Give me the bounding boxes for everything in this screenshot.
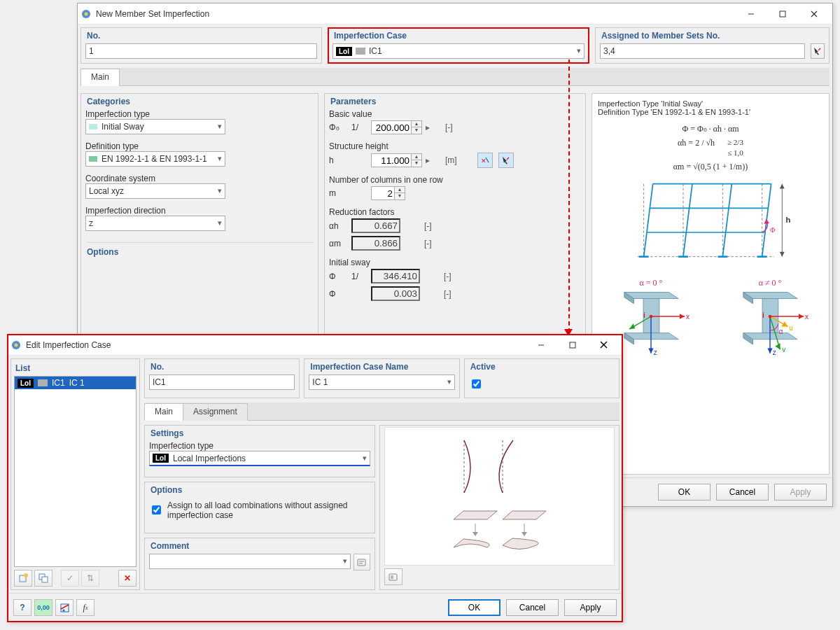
spin-down-icon[interactable]: ▼: [412, 160, 421, 167]
maximize-button[interactable]: [556, 335, 588, 355]
impcase-combo[interactable]: LoI IC1 ▾: [332, 43, 584, 59]
formula-am: αm = √(0,5 (1 + 1/m)): [598, 161, 823, 172]
spin-down-icon[interactable]: ▼: [412, 127, 421, 134]
list-item[interactable]: LoI IC1 IC 1: [15, 377, 136, 389]
units-icon[interactable]: 0,00: [34, 599, 52, 616]
comment-edit-icon[interactable]: [354, 554, 370, 570]
deftype-value: EN 1992-1-1 & EN 1993-1-1: [102, 154, 207, 164]
initial-sway-label: Initial sway: [329, 258, 581, 267]
formula-ah: αh = 2 / √h ≥ 2/3 ≤ 1,0: [598, 137, 823, 158]
phi-symbol2: Φ: [329, 289, 349, 299]
close-button[interactable]: [798, 4, 830, 24]
name-combo[interactable]: IC 1 ▾: [309, 374, 454, 390]
no-input[interactable]: [85, 43, 317, 59]
svg-marker-40: [629, 323, 635, 329]
close-button[interactable]: [588, 335, 620, 355]
svg-point-67: [15, 343, 18, 346]
svg-point-91: [62, 609, 64, 611]
svg-rect-88: [391, 575, 393, 579]
options-header: Options: [150, 485, 370, 495]
clear-height-icon[interactable]: [498, 153, 514, 168]
arrow-right-icon[interactable]: ▸: [426, 155, 442, 165]
one-over: 1/: [351, 272, 368, 281]
imperfection-illustration: [384, 427, 615, 566]
ibeam-alphaN-icon: x z u v α i: [717, 288, 823, 358]
copy-item-icon[interactable]: [34, 570, 52, 587]
function-icon[interactable]: fx: [76, 599, 94, 616]
svg-point-1: [85, 12, 88, 15]
arrow-right-icon[interactable]: ▸: [426, 122, 442, 132]
sort-icon[interactable]: ⇅: [81, 570, 99, 587]
h-spinner[interactable]: ▲▼: [371, 153, 423, 167]
phi-symbol: Φ: [329, 272, 349, 281]
ok-button[interactable]: OK: [448, 599, 500, 616]
titlebar[interactable]: New Member Set Imperfection: [78, 4, 832, 24]
assigned-input[interactable]: [600, 43, 805, 59]
chevron-down-icon: ▾: [343, 556, 347, 566]
phi0-input[interactable]: [371, 120, 412, 134]
svg-text:h: h: [785, 216, 790, 224]
titlebar[interactable]: Edit Imperfection Case: [8, 335, 622, 356]
help-icon[interactable]: ?: [13, 599, 31, 616]
new-item-icon[interactable]: [14, 570, 32, 587]
cancel-button[interactable]: Cancel: [506, 599, 559, 616]
active-checkbox[interactable]: [472, 379, 481, 388]
h-input[interactable]: [371, 153, 412, 167]
tabstrip: Main Assignment: [144, 402, 620, 421]
cancel-button[interactable]: Cancel: [716, 484, 769, 500]
phi0-spinner[interactable]: ▲▼: [371, 120, 423, 134]
svg-marker-82: [503, 511, 546, 519]
coord-combo[interactable]: Local xyz ▾: [85, 183, 225, 199]
minimize-button[interactable]: [735, 4, 766, 24]
pick-members-icon[interactable]: [811, 43, 825, 59]
svg-marker-25: [764, 219, 769, 224]
tab-assignment[interactable]: Assignment: [183, 403, 248, 421]
impcase-value: IC1: [369, 46, 382, 56]
ah-value: [351, 218, 400, 233]
deftype-combo[interactable]: EN 1992-1-1 & EN 1993-1-1 ▾: [85, 151, 225, 167]
comment-combo[interactable]: ▾: [149, 554, 351, 569]
m-spinner[interactable]: ▲▼: [371, 186, 406, 200]
graphics-icon[interactable]: [55, 599, 74, 616]
check-icon[interactable]: ✓: [61, 570, 79, 587]
window-title: Edit Imperfection Case: [26, 340, 525, 350]
imptype-combo[interactable]: Initial Sway ▾: [85, 119, 225, 134]
options-header: Options: [87, 242, 314, 257]
assign-all-checkbox[interactable]: [152, 505, 161, 514]
svg-line-8: [507, 158, 509, 160]
h-unit: [m]: [445, 155, 459, 165]
ok-button[interactable]: OK: [658, 484, 710, 500]
chevron-down-icon: ▾: [447, 377, 451, 386]
minimize-button[interactable]: [525, 335, 556, 355]
apply-button[interactable]: Apply: [774, 484, 827, 500]
tab-main[interactable]: Main: [144, 403, 183, 421]
sway-diagram: Φ h: [598, 178, 823, 271]
svg-marker-28: [780, 184, 785, 189]
spin-up-icon[interactable]: ▲: [412, 154, 421, 160]
chevron-down-icon: ▾: [218, 154, 222, 163]
spin-up-icon[interactable]: ▲: [395, 187, 405, 193]
svg-rect-76: [358, 559, 365, 566]
imperfection-list[interactable]: LoI IC1 IC 1: [14, 376, 136, 567]
active-header: Active: [470, 362, 615, 372]
app-icon: [10, 340, 22, 351]
illustration-settings-icon[interactable]: [384, 568, 402, 585]
pick-height-icon[interactable]: ✕: [477, 153, 493, 168]
imptype-combo[interactable]: LoI Local Imperfections ▾: [149, 451, 370, 466]
chevron-down-icon: ▾: [577, 46, 581, 55]
spin-down-icon[interactable]: ▼: [395, 193, 405, 200]
reduction-factors-label: Reduction factors: [329, 207, 581, 217]
apply-button[interactable]: Apply: [564, 599, 617, 616]
m-input[interactable]: [371, 186, 395, 200]
dir-combo[interactable]: z ▾: [85, 216, 225, 231]
svg-text:z: z: [773, 349, 776, 356]
chevron-down-icon: ▾: [218, 186, 222, 195]
ic1-tag: [356, 48, 365, 55]
tab-main[interactable]: Main: [80, 69, 120, 86]
alpha-zero-label: α = 0 °: [598, 278, 704, 288]
spin-up-icon[interactable]: ▲: [412, 121, 421, 127]
chevron-down-icon: ▾: [363, 454, 367, 463]
delete-item-icon[interactable]: ✕: [118, 570, 136, 587]
maximize-button[interactable]: [766, 4, 798, 24]
tabstrip: Main: [80, 68, 830, 86]
